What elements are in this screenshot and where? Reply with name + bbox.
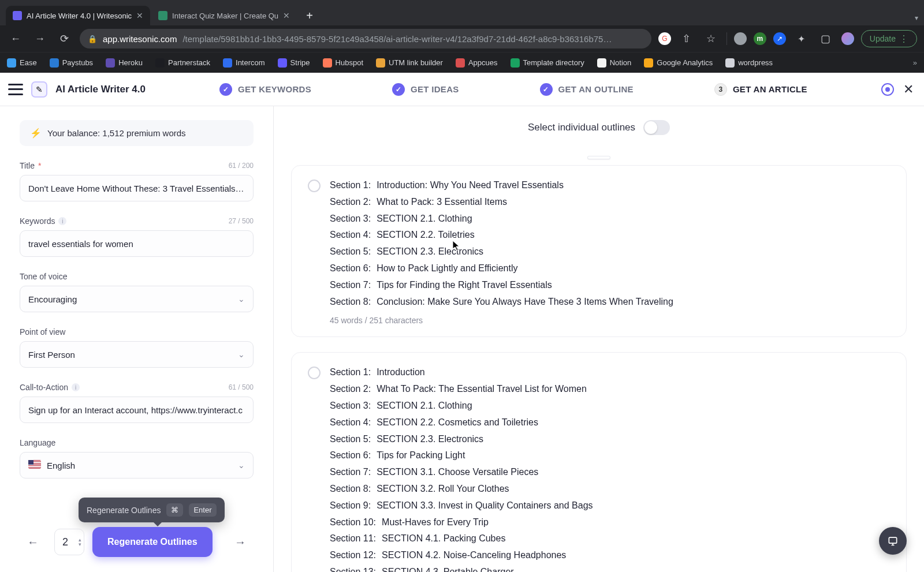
side-panel-icon[interactable]: ▢ (817, 30, 834, 47)
browser-tab[interactable]: AI Article Writer 4.0 | Writesonic✕ (6, 6, 150, 25)
bookmark-item[interactable]: Notion (597, 58, 632, 68)
address-bar[interactable]: 🔒 app.writesonic.com /template/5981bb1d-… (80, 29, 651, 48)
resize-grip-icon[interactable] (587, 156, 610, 159)
bookmark-item[interactable]: Heroku (106, 58, 143, 68)
nav-reload-button[interactable]: ⟳ (55, 30, 73, 47)
step-article[interactable]: 3 GET AN ARTICLE (714, 83, 807, 96)
bookmark-label: UTM link builder (389, 58, 443, 67)
bookmark-item[interactable]: Hubspot (323, 58, 363, 68)
bookmark-item[interactable]: Partnerstack (155, 58, 210, 68)
tab-title: Interact Quiz Maker | Create Qu (172, 12, 278, 20)
url-host: app.writesonic.com (103, 34, 177, 44)
extensions-puzzle-icon[interactable]: ✦ (793, 30, 810, 47)
bookmark-item[interactable]: Template directory (511, 58, 584, 68)
section-text: Introduction (377, 365, 425, 380)
tab-close-icon[interactable]: ✕ (283, 11, 290, 20)
section-text: SECTION 4.1. Packing Cubes (382, 532, 505, 546)
prev-step-button[interactable]: ← (20, 529, 46, 555)
title-input[interactable]: Don't Leave Home Without These: 3 Travel… (20, 175, 254, 201)
outline-count-stepper[interactable]: 2 ▴▾ (54, 529, 84, 555)
bookmark-item[interactable]: wordpress (725, 58, 773, 68)
bookmark-favicon-icon (323, 58, 332, 68)
bookmark-label: Template directory (523, 58, 584, 67)
bookmark-item[interactable]: Appcues (456, 58, 498, 68)
bookmark-favicon-icon (511, 58, 520, 68)
tone-select[interactable]: Encouraging ⌄ (20, 286, 254, 312)
bookmark-label: Intercom (236, 58, 265, 67)
info-icon[interactable]: i (72, 383, 80, 391)
next-step-button[interactable]: → (227, 529, 254, 555)
step-check-icon: ✓ (392, 83, 405, 96)
bookmarks-overflow-icon[interactable]: » (913, 58, 917, 67)
outline-section-line: Section 7:Tips for Finding the Right Tra… (330, 278, 890, 293)
bookmark-label: Ease (20, 58, 37, 67)
select-outlines-toggle[interactable] (643, 120, 670, 135)
bookmarks-bar: EasePaystubsHerokuPartnerstackIntercomSt… (0, 52, 924, 73)
info-icon[interactable]: i (58, 217, 66, 225)
pov-select[interactable]: First Person ⌄ (20, 341, 254, 368)
step-ideas[interactable]: ✓ GET IDEAS (392, 83, 459, 96)
section-number: Section 10: (330, 515, 376, 530)
outline-card[interactable]: Section 1:IntroductionSection 2:What To … (291, 352, 907, 572)
balance-text: Your balance: 1,512 premium words (47, 128, 186, 138)
bookmark-item[interactable]: Google Analytics (644, 58, 713, 68)
outline-section-line: Section 2:What To Pack: The Essential Tr… (330, 382, 890, 397)
outline-section-line: Section 6:How to Pack Lightly and Effici… (330, 261, 890, 276)
regenerate-button[interactable]: Regenerate Outlines (92, 527, 213, 557)
chevron-down-icon: ⌄ (238, 350, 245, 359)
browser-tab[interactable]: Interact Quiz Maker | Create Qu✕ (151, 6, 297, 25)
update-button[interactable]: Update ⋮ (861, 30, 917, 47)
google-ext-icon[interactable]: G (658, 32, 671, 45)
bookmark-item[interactable]: Stripe (278, 58, 310, 68)
outline-radio[interactable] (308, 367, 321, 379)
tab-favicon-icon (13, 11, 22, 20)
step-check-icon: ✓ (540, 83, 553, 96)
section-text: Introduction: Why You Need Travel Essent… (377, 178, 564, 193)
select-outlines-label: Select individual outlines (528, 122, 635, 133)
section-number: Section 4: (330, 228, 371, 242)
lock-icon: 🔒 (88, 35, 97, 43)
help-fab-button[interactable] (879, 527, 907, 555)
outline-radio[interactable] (308, 180, 321, 192)
bookmark-favicon-icon (456, 58, 465, 68)
section-text: Tips for Finding the Right Travel Essent… (377, 278, 552, 293)
bookmark-item[interactable]: UTM link builder (376, 58, 443, 68)
share-icon[interactable]: ⇧ (678, 30, 695, 47)
section-text: How to Pack Lightly and Efficiently (377, 261, 517, 276)
step-keywords[interactable]: ✓ GET KEYWORDS (219, 83, 311, 96)
tab-close-icon[interactable]: ✕ (136, 11, 143, 20)
new-tab-button[interactable]: + (301, 8, 318, 24)
outline-card[interactable]: Section 1:Introduction: Why You Need Tra… (291, 165, 907, 337)
outline-stats: 45 words / 251 characters (330, 316, 890, 325)
target-record-icon[interactable] (881, 83, 894, 96)
outline-section-line: Section 7:SECTION 3.1. Choose Versatile … (330, 465, 890, 480)
step-outline[interactable]: ✓ GET AN OUTLINE (540, 83, 634, 96)
ext-icon-2[interactable]: m (754, 32, 766, 45)
ext-icon-1[interactable] (734, 32, 747, 45)
bookmark-label: Paystubs (62, 58, 93, 67)
nav-back-button[interactable]: ← (7, 30, 24, 47)
bookmark-item[interactable]: Ease (7, 58, 37, 68)
section-number: Section 4: (330, 416, 371, 430)
outline-section-line: Section 13:SECTION 4.3. Portable Charger (330, 565, 890, 572)
tabs-overflow-icon[interactable]: ▾ (915, 14, 918, 22)
outline-section-line: Section 8:Conclusion: Make Sure You Alwa… (330, 295, 890, 309)
update-label: Update (870, 34, 896, 43)
bookmark-item[interactable]: Intercom (223, 58, 265, 68)
menu-hamburger-icon[interactable] (8, 84, 23, 95)
bookmark-label: Partnerstack (168, 58, 210, 67)
section-number: Section 5: (330, 245, 371, 259)
balance-pill[interactable]: ⚡ Your balance: 1,512 premium words (20, 120, 254, 146)
language-select[interactable]: English ⌄ (20, 452, 254, 478)
section-number: Section 7: (330, 465, 371, 480)
cta-input[interactable]: Sign up for an Interact account, https:/… (20, 397, 254, 423)
profile-avatar[interactable] (841, 32, 854, 45)
keywords-input[interactable]: travel essentials for women (20, 230, 254, 257)
step-number-badge: 3 (714, 83, 727, 96)
bookmark-star-icon[interactable]: ☆ (702, 30, 720, 47)
nav-forward-button[interactable]: → (31, 30, 49, 47)
ext-icon-3[interactable]: ↗ (773, 32, 786, 45)
close-button[interactable]: ✕ (903, 82, 914, 97)
bookmark-favicon-icon (7, 58, 16, 68)
bookmark-item[interactable]: Paystubs (50, 58, 93, 68)
